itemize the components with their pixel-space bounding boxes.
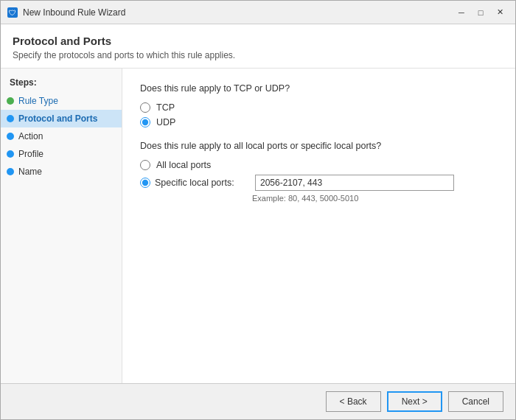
question-protocol-label: Does this rule apply to TCP or UDP? [140, 83, 498, 94]
steps-label: Steps: [1, 76, 122, 92]
sidebar-item-profile[interactable]: Profile [1, 145, 122, 163]
sidebar-item-rule-type[interactable]: Rule Type [1, 92, 122, 110]
question-ports-label: Does this rule apply to all local ports … [140, 141, 498, 151]
sidebar-item-name[interactable]: Name [1, 163, 122, 181]
minimize-button[interactable]: ─ [452, 5, 471, 20]
step-dot-profile [7, 150, 14, 158]
protocol-radio-group: TCP UDP [140, 102, 498, 127]
header-area: Protocol and Ports Specify the protocols… [1, 24, 515, 69]
sidebar-label-name: Name [18, 167, 42, 177]
sidebar-label-action: Action [18, 131, 43, 141]
main-window: 🛡 New Inbound Rule Wizard ─ □ ✕ Protocol… [0, 0, 516, 420]
page-title: Protocol and Ports [13, 35, 503, 47]
window-title: New Inbound Rule Wizard [23, 7, 447, 18]
page-subtitle: Specify the protocols and ports to which… [13, 50, 503, 60]
specific-ports-radio[interactable] [140, 178, 150, 188]
main-panel: Does this rule apply to TCP or UDP? TCP … [122, 69, 515, 383]
window-controls: ─ □ ✕ [452, 5, 509, 20]
sidebar-label-protocol: Protocol and Ports [18, 113, 97, 124]
specific-ports-label[interactable]: Specific local ports: [155, 178, 251, 188]
step-dot-name [7, 168, 14, 175]
ports-example: Example: 80, 443, 5000-5010 [252, 194, 498, 203]
next-button[interactable]: Next > [387, 391, 442, 412]
all-ports-label[interactable]: All local ports [156, 160, 211, 170]
all-ports-radio[interactable] [140, 160, 150, 170]
specific-ports-row: Specific local ports: [140, 175, 498, 191]
app-icon: 🛡 [7, 7, 18, 18]
maximize-button[interactable]: □ [471, 5, 490, 20]
udp-radio[interactable] [140, 117, 150, 127]
tcp-radio[interactable] [140, 102, 150, 113]
step-dot-rule-type [7, 97, 14, 105]
footer: < Back Next > Cancel [1, 383, 515, 419]
udp-label[interactable]: UDP [156, 117, 175, 127]
tcp-label[interactable]: TCP [156, 102, 175, 113]
close-button[interactable]: ✕ [490, 5, 509, 20]
content-area: Steps: Rule Type Protocol and Ports Acti… [1, 69, 515, 383]
all-ports-radio-item[interactable]: All local ports [140, 160, 498, 170]
ports-input[interactable] [255, 175, 454, 191]
sidebar-label-profile: Profile [18, 149, 43, 159]
titlebar: 🛡 New Inbound Rule Wizard ─ □ ✕ [1, 1, 515, 24]
sidebar-item-protocol-and-ports[interactable]: Protocol and Ports [1, 110, 122, 127]
cancel-button[interactable]: Cancel [448, 391, 503, 412]
svg-text:🛡: 🛡 [9, 9, 16, 17]
step-dot-action [7, 133, 14, 140]
ports-section: All local ports Specific local ports: Ex… [140, 160, 498, 203]
step-dot-protocol [7, 115, 14, 122]
sidebar-item-action[interactable]: Action [1, 127, 122, 145]
back-button[interactable]: < Back [326, 391, 381, 412]
udp-radio-item[interactable]: UDP [140, 117, 498, 127]
tcp-radio-item[interactable]: TCP [140, 102, 498, 113]
sidebar: Steps: Rule Type Protocol and Ports Acti… [1, 69, 122, 383]
sidebar-label-rule-type: Rule Type [18, 96, 58, 106]
